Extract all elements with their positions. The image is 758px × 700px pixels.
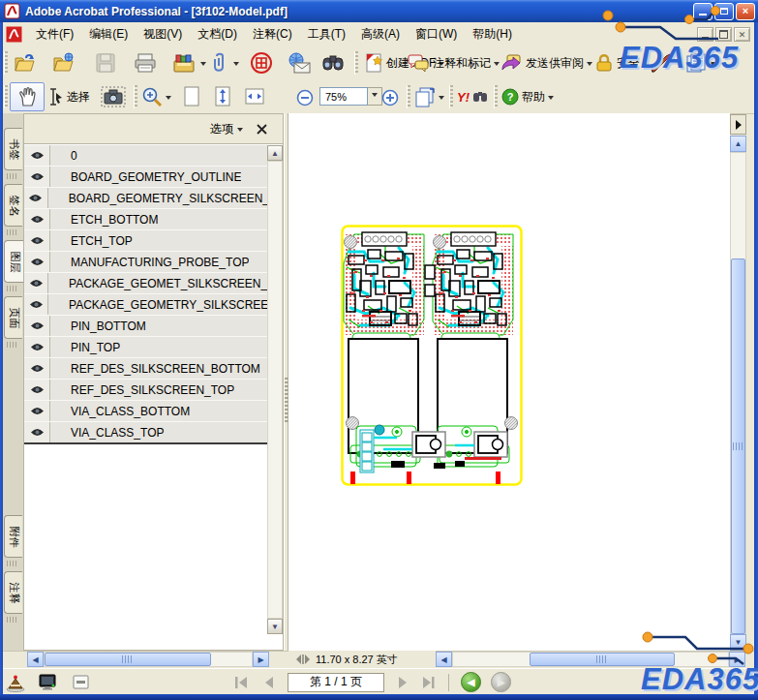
layer-visibility-toggle[interactable] (24, 337, 50, 357)
menu-view[interactable]: 视图(V) (136, 23, 190, 46)
layer-row[interactable]: PIN_TOP (24, 337, 267, 358)
layer-row[interactable]: MANUFACTURING_PROBE_TOP (24, 252, 267, 273)
single-page-mode-icon[interactable] (73, 675, 89, 689)
close-button[interactable]: × (736, 3, 755, 20)
toolbar-grip[interactable] (4, 85, 8, 108)
layer-visibility-toggle[interactable] (24, 167, 50, 187)
layer-visibility-toggle[interactable] (24, 252, 50, 272)
layer-row[interactable]: VIA_CLASS_TOP (24, 422, 267, 444)
menu-edit[interactable]: 编辑(E) (81, 23, 136, 46)
layer-visibility-toggle[interactable] (24, 209, 50, 229)
layer-row[interactable]: REF_DES_SILKSCREEN_TOP (24, 380, 267, 401)
tab-comments[interactable]: 注释 (4, 571, 22, 614)
expand-pane-button[interactable] (730, 114, 746, 135)
tab-bookmarks[interactable]: 书签 (4, 128, 22, 170)
tab-layers[interactable]: 图层 (4, 240, 23, 283)
tab-signatures[interactable]: 签名 (4, 184, 22, 227)
zoom-tool-button[interactable] (139, 83, 173, 110)
doc-scroll-left-button[interactable]: ◀ (436, 652, 452, 667)
panel-close-icon[interactable] (257, 124, 267, 135)
layer-row[interactable]: ETCH_TOP (24, 230, 267, 252)
menu-comments[interactable]: 注释(C) (245, 23, 300, 46)
previous-page-button[interactable] (260, 676, 278, 689)
layer-row[interactable]: BOARD_GEOMETRY_OUTLINE (24, 167, 267, 188)
attach-button[interactable] (209, 49, 241, 76)
search-button[interactable] (319, 49, 347, 76)
layer-row[interactable]: ETCH_BOTTOM (24, 209, 267, 230)
next-view-button[interactable]: ▶ (491, 672, 511, 692)
menu-tools[interactable]: 工具(T) (300, 23, 353, 46)
first-page-button[interactable] (233, 676, 251, 689)
doc-vscrollbar-thumb[interactable] (731, 259, 745, 634)
layer-visibility-toggle[interactable] (24, 380, 50, 400)
zoom-level-combo[interactable]: 75% (319, 87, 382, 106)
panel-scroll-right-button[interactable]: ▶ (253, 652, 269, 667)
layer-visibility-toggle[interactable] (24, 188, 48, 208)
toolbar-grip[interactable] (354, 51, 358, 75)
toolbar-grip[interactable] (134, 85, 137, 108)
save-button[interactable] (93, 49, 118, 76)
doc-close-button[interactable]: ✕ (734, 27, 750, 42)
toolbar-grip[interactable] (449, 85, 453, 108)
toolbar-grip[interactable] (494, 85, 498, 108)
layer-row[interactable]: VIA_CLASS_BOTTOM (24, 401, 267, 422)
panel-scroll-up-button[interactable]: ▲ (267, 145, 283, 161)
open-button[interactable] (12, 49, 39, 76)
zoom-out-button[interactable] (294, 84, 316, 111)
next-page-button[interactable] (394, 676, 411, 689)
cake-icon[interactable] (6, 673, 25, 692)
page-display-button[interactable] (412, 83, 446, 110)
panel-scrollbar-track[interactable] (267, 161, 283, 619)
toolbar-grip[interactable] (407, 85, 410, 108)
layer-visibility-toggle[interactable] (24, 401, 50, 421)
comment-markup-button[interactable]: 注释和标记 (405, 49, 501, 76)
layer-row[interactable]: PACKAGE_GEOMETRY_SILKSCREEN_ (24, 294, 267, 316)
menu-file[interactable]: 文件(F) (28, 23, 81, 46)
layer-visibility-toggle[interactable] (24, 316, 50, 336)
hand-tool-button[interactable] (10, 82, 45, 111)
layer-row[interactable]: REF_DES_SILKSCREEN_BOTTOM (24, 358, 267, 380)
snapshot-tool-button[interactable] (99, 83, 128, 110)
help-button[interactable]: ? 帮助 (500, 83, 556, 110)
stamp-button[interactable] (248, 49, 275, 76)
layer-row[interactable]: BOARD_GEOMETRY_SILKSCREEN_TO (24, 188, 267, 209)
menu-help[interactable]: 帮助(H) (465, 23, 520, 46)
maximize-button[interactable] (714, 3, 734, 20)
open-web-button[interactable] (50, 49, 77, 76)
fit-page-button[interactable] (211, 83, 234, 110)
select-tool-button[interactable]: 选择 (45, 83, 92, 110)
splitter-handle-icon[interactable] (296, 654, 310, 664)
fit-width-button[interactable] (242, 83, 267, 110)
layer-visibility-toggle[interactable] (24, 422, 50, 442)
layer-visibility-toggle[interactable] (24, 145, 50, 166)
yahoo-search-button[interactable]: Y! (455, 83, 490, 110)
menu-window[interactable]: 窗口(W) (408, 23, 465, 46)
layer-visibility-toggle[interactable] (24, 273, 48, 293)
previous-view-button[interactable]: ◀ (461, 672, 481, 692)
doc-minimize-button[interactable] (697, 27, 713, 42)
toolbar-grip[interactable] (4, 51, 8, 75)
doc-scroll-up-button[interactable]: ▲ (730, 136, 746, 152)
last-page-button[interactable] (419, 676, 437, 689)
page-indicator-box[interactable]: 第 1 / 1 页 (288, 673, 384, 692)
email-button[interactable] (285, 49, 314, 76)
menu-document[interactable]: 文档(D) (190, 23, 245, 46)
doc-restore-button[interactable] (715, 27, 732, 42)
monitor-icon[interactable] (39, 674, 57, 690)
tab-pages[interactable]: 页面 (4, 296, 22, 339)
doc-scroll-down-button[interactable]: ▼ (730, 634, 746, 651)
panel-hscrollbar-thumb[interactable] (45, 653, 211, 666)
layer-row[interactable]: PACKAGE_GEOMET_SILKSCREEN_BC (24, 273, 267, 294)
layer-row[interactable]: PIN_BOTTOM (24, 316, 267, 337)
panel-scroll-down-button[interactable]: ▼ (267, 619, 283, 634)
options-menu-button[interactable]: 选项 (210, 121, 243, 137)
print-button[interactable] (132, 49, 159, 76)
layer-visibility-toggle[interactable] (24, 294, 48, 315)
panel-scroll-left-button[interactable]: ◀ (27, 652, 44, 667)
tab-attachments[interactable]: 附件 (4, 515, 22, 558)
layer-row[interactable]: 0 (24, 145, 267, 167)
zoom-in-button[interactable] (379, 84, 401, 111)
layer-visibility-toggle[interactable] (24, 358, 50, 379)
actual-size-button[interactable] (180, 83, 203, 110)
organizer-button[interactable] (170, 49, 208, 76)
